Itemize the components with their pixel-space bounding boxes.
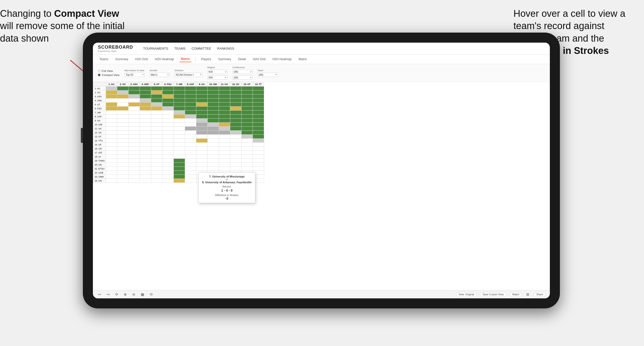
cell-22-5[interactable] [162, 175, 173, 179]
cell-5-7[interactable] [185, 107, 196, 111]
cell-5-11[interactable] [230, 107, 241, 111]
cell-2-5[interactable] [162, 95, 173, 99]
cell-15-11[interactable] [230, 147, 241, 151]
cell-23-1[interactable] [117, 179, 128, 183]
cell-3-6[interactable] [173, 99, 185, 103]
cell-15-13[interactable] [253, 147, 264, 151]
cell-14-6[interactable] [173, 143, 185, 147]
subnav-players[interactable]: Players [200, 56, 213, 62]
cell-5-9[interactable] [207, 107, 219, 111]
cell-17-4[interactable] [151, 155, 162, 159]
cell-6-2[interactable] [128, 111, 140, 115]
cell-19-9[interactable] [207, 163, 219, 167]
cell-9-6[interactable] [173, 123, 185, 127]
cell-4-1[interactable] [117, 103, 128, 107]
cell-18-2[interactable] [128, 159, 140, 163]
cell-12-11[interactable] [230, 135, 241, 139]
max-teams-select[interactable]: Top 50 [125, 73, 145, 77]
cell-0-3[interactable] [140, 86, 151, 91]
cell-11-12[interactable] [241, 131, 253, 135]
cell-17-0[interactable] [106, 155, 117, 159]
cell-19-7[interactable] [185, 163, 196, 167]
cell-20-5[interactable] [162, 167, 173, 171]
subnav-teams[interactable]: Teams [98, 56, 110, 62]
cell-13-2[interactable] [128, 139, 140, 143]
cell-13-0[interactable] [106, 139, 117, 143]
cell-12-1[interactable] [117, 135, 128, 139]
cell-3-5[interactable] [162, 99, 173, 103]
cell-5-10[interactable] [219, 107, 230, 111]
cell-3-1[interactable] [117, 99, 128, 103]
cell-11-6[interactable] [173, 131, 185, 135]
cell-6-9[interactable] [207, 111, 219, 115]
cell-1-12[interactable] [241, 91, 253, 95]
cell-6-8[interactable] [196, 111, 207, 115]
cell-14-3[interactable] [140, 143, 151, 147]
cell-2-9[interactable] [207, 95, 219, 99]
cell-7-4[interactable] [151, 115, 162, 119]
cell-5-8[interactable] [196, 107, 207, 111]
cell-19-10[interactable] [219, 163, 230, 167]
cell-4-11[interactable] [230, 103, 241, 107]
cell-16-0[interactable] [106, 151, 117, 155]
cell-1-3[interactable] [140, 91, 151, 95]
cell-21-4[interactable] [151, 171, 162, 175]
cell-16-2[interactable] [128, 151, 140, 155]
cell-17-3[interactable] [140, 155, 151, 159]
cell-20-0[interactable] [106, 167, 117, 171]
cell-15-1[interactable] [117, 147, 128, 151]
toolbar-zoom-in[interactable]: ⊕ [123, 292, 128, 297]
cell-6-13[interactable] [253, 111, 264, 115]
cell-13-6[interactable] [173, 139, 185, 143]
cell-21-0[interactable] [106, 171, 117, 175]
cell-3-10[interactable] [219, 99, 230, 103]
cell-19-2[interactable] [128, 163, 140, 167]
cell-13-8[interactable] [196, 139, 207, 143]
cell-11-8[interactable] [196, 131, 207, 135]
cell-20-7[interactable] [185, 167, 196, 171]
cell-8-6[interactable] [173, 119, 185, 123]
cell-9-13[interactable] [253, 123, 264, 127]
cell-7-8[interactable] [196, 115, 207, 119]
cell-6-12[interactable] [241, 111, 253, 115]
cell-16-11[interactable] [230, 151, 241, 155]
cell-3-4[interactable] [151, 99, 162, 103]
cell-8-12[interactable] [241, 119, 253, 123]
cell-20-10[interactable] [219, 167, 230, 171]
cell-1-0[interactable] [106, 91, 117, 95]
cell-16-8[interactable] [196, 151, 207, 155]
cell-12-4[interactable] [151, 135, 162, 139]
cell-20-4[interactable] [151, 167, 162, 171]
cell-3-0[interactable] [106, 99, 117, 103]
cell-11-10[interactable] [219, 131, 230, 135]
cell-6-0[interactable] [106, 111, 117, 115]
cell-16-10[interactable] [219, 151, 230, 155]
cell-17-6[interactable] [173, 155, 185, 159]
cell-19-1[interactable] [117, 163, 128, 167]
cell-4-10[interactable] [219, 103, 230, 107]
toolbar-share[interactable]: Share [534, 292, 546, 297]
cell-21-1[interactable] [117, 171, 128, 175]
cell-15-4[interactable] [151, 147, 162, 151]
cell-20-9[interactable] [207, 167, 219, 171]
cell-8-5[interactable] [162, 119, 173, 123]
cell-21-7[interactable] [185, 171, 196, 175]
cell-6-1[interactable] [117, 111, 128, 115]
cell-10-12[interactable] [241, 127, 253, 131]
cell-17-2[interactable] [128, 155, 140, 159]
cell-4-3[interactable] [140, 103, 151, 107]
cell-6-10[interactable] [219, 111, 230, 115]
cell-11-3[interactable] [140, 131, 151, 135]
cell-14-5[interactable] [162, 143, 173, 147]
cell-14-9[interactable] [207, 143, 219, 147]
cell-10-9[interactable] [207, 127, 219, 131]
cell-8-0[interactable] [106, 119, 117, 123]
tablet-button[interactable] [81, 128, 83, 143]
cell-4-8[interactable] [196, 103, 207, 107]
cell-14-8[interactable] [196, 143, 207, 147]
cell-12-12[interactable] [241, 135, 253, 139]
cell-7-11[interactable] [230, 115, 241, 119]
cell-20-3[interactable] [140, 167, 151, 171]
toolbar-refresh[interactable]: ⟳ [114, 292, 120, 297]
cell-15-7[interactable] [185, 147, 196, 151]
